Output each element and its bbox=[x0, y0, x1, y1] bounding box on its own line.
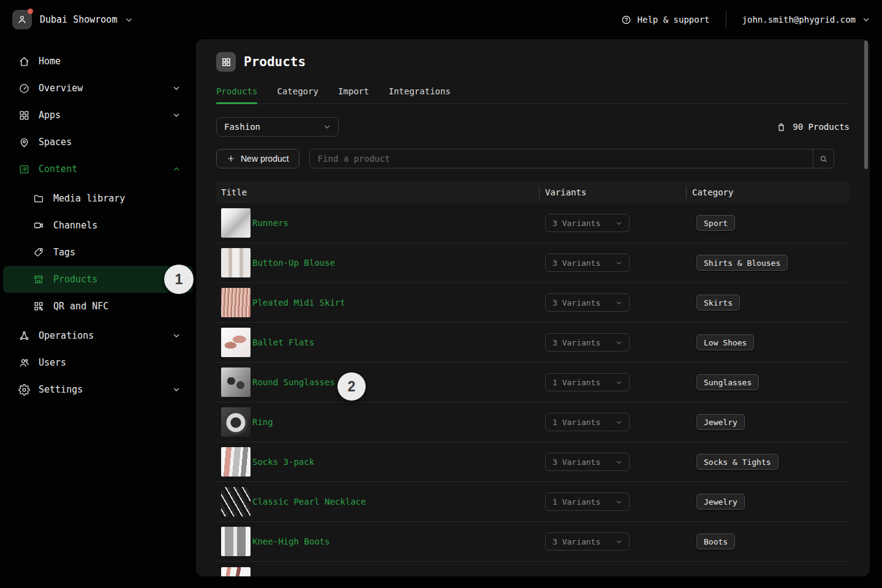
location-pin-icon bbox=[18, 136, 30, 148]
sidebar-item-home[interactable]: Home bbox=[0, 48, 196, 75]
product-thumbnail bbox=[221, 328, 251, 357]
tab-integrations[interactable]: Integrations bbox=[388, 86, 450, 104]
product-title-link[interactable]: Pleated Midi Skirt bbox=[252, 298, 345, 307]
table-row: Button-Up Blouse 3 Variants Shirts & Blo… bbox=[216, 243, 850, 283]
gear-icon bbox=[18, 383, 30, 396]
chevron-down-icon bbox=[616, 300, 622, 306]
category-filter-select[interactable]: Fashion bbox=[216, 117, 339, 137]
category-chip: Low Shoes bbox=[696, 334, 754, 350]
table-row-partial bbox=[216, 562, 850, 576]
sidebar-item-spaces[interactable]: Spaces bbox=[0, 129, 196, 156]
column-header-variants: Variants bbox=[539, 181, 686, 203]
category-chip: Skirts bbox=[696, 295, 740, 311]
table-header: Title Variants Category bbox=[216, 181, 850, 203]
table-row: Classic Pearl Necklace 1 Variants Jewelr… bbox=[216, 482, 850, 522]
product-title-link[interactable]: Button-Up Blouse bbox=[252, 258, 335, 268]
tab-category[interactable]: Category bbox=[277, 86, 318, 104]
sidebar-item-operations[interactable]: Operations bbox=[0, 322, 196, 349]
chevron-down-icon bbox=[616, 419, 622, 426]
chevron-down-icon bbox=[616, 339, 622, 346]
topbar: Dubai Showroom Help & support john.smith… bbox=[0, 0, 882, 39]
search-input[interactable] bbox=[310, 149, 813, 168]
products-table: Title Variants Category Runners 3 Varian… bbox=[216, 181, 850, 576]
table-row: Pleated Midi Skirt 3 Variants Skirts bbox=[216, 283, 850, 323]
chevron-down-icon bbox=[323, 123, 331, 130]
sidebar: Home Overview Apps bbox=[0, 39, 196, 588]
product-title-link[interactable]: Runners bbox=[252, 218, 288, 228]
product-title-link[interactable]: Knee-High Boots bbox=[252, 537, 330, 546]
video-camera-icon bbox=[32, 219, 45, 232]
chevron-down-icon bbox=[173, 332, 180, 339]
category-chip: Boots bbox=[696, 533, 735, 549]
chevron-down-icon bbox=[173, 85, 180, 92]
tag-icon bbox=[32, 246, 45, 258]
new-product-label: New product bbox=[241, 154, 289, 164]
category-chip: Socks & Tights bbox=[696, 454, 778, 470]
help-circle-icon bbox=[621, 15, 631, 25]
gauge-icon bbox=[18, 82, 30, 94]
sidebar-item-content[interactable]: Content bbox=[0, 156, 196, 183]
product-thumbnail bbox=[221, 288, 251, 317]
topbar-right: Help & support john.smith@phygrid.com bbox=[621, 10, 870, 29]
table-row: Round Sunglasses 1 Variants Sunglasses bbox=[216, 363, 850, 402]
main-panel: Products Products Category Import Integr… bbox=[196, 39, 870, 576]
variants-dropdown[interactable]: 3 Variants bbox=[545, 254, 630, 272]
tab-bar: Products Category Import Integrations bbox=[216, 86, 850, 104]
product-search bbox=[309, 149, 834, 168]
product-title-link[interactable]: Ring bbox=[252, 417, 273, 427]
variants-dropdown[interactable]: 3 Variants bbox=[545, 214, 630, 232]
table-row: Runners 3 Variants Sport bbox=[216, 203, 850, 243]
product-thumbnail bbox=[221, 567, 251, 576]
table-row: Ring 1 Variants Jewelry bbox=[216, 402, 850, 442]
product-title-link[interactable]: Round Sunglasses bbox=[252, 377, 335, 387]
org-name: Dubai Showroom bbox=[40, 14, 117, 25]
column-header-category: Category bbox=[686, 181, 850, 203]
org-switcher[interactable]: Dubai Showroom bbox=[12, 10, 133, 29]
variants-dropdown[interactable]: 1 Variants bbox=[545, 492, 630, 511]
sidebar-item-qr-and-nfc[interactable]: QR and NFC bbox=[0, 293, 196, 320]
category-chip: Shirts & Blouses bbox=[696, 255, 788, 271]
product-thumbnail bbox=[221, 407, 251, 437]
actions-row: New product bbox=[216, 149, 850, 168]
products-grid-icon bbox=[216, 52, 236, 72]
category-chip: Sport bbox=[696, 215, 735, 231]
product-title-link[interactable]: Socks 3-pack bbox=[252, 457, 314, 467]
sidebar-item-tags[interactable]: Tags bbox=[0, 239, 196, 266]
variants-dropdown[interactable]: 3 Variants bbox=[545, 333, 630, 352]
product-title-link[interactable]: Ballet Flats bbox=[252, 337, 314, 347]
category-chip: Jewelry bbox=[696, 414, 745, 430]
chevron-down-icon bbox=[173, 111, 180, 119]
sidebar-item-channels[interactable]: Channels bbox=[0, 212, 196, 239]
sidebar-item-overview[interactable]: Overview bbox=[0, 75, 196, 102]
product-thumbnail bbox=[221, 248, 251, 277]
product-thumbnail bbox=[221, 447, 251, 477]
search-icon bbox=[819, 154, 828, 164]
category-chip: Jewelry bbox=[696, 494, 745, 510]
shopping-bag-icon bbox=[776, 122, 786, 132]
search-button[interactable] bbox=[813, 149, 834, 168]
chevron-down-icon bbox=[616, 538, 622, 545]
network-nodes-icon bbox=[18, 330, 30, 342]
new-product-button[interactable]: New product bbox=[216, 149, 300, 168]
vertical-scrollbar[interactable] bbox=[864, 40, 868, 169]
product-title-link[interactable]: Classic Pearl Necklace bbox=[252, 497, 366, 507]
chevron-down-icon bbox=[616, 459, 622, 466]
account-menu[interactable]: john.smith@phygrid.com bbox=[742, 15, 870, 24]
org-avatar bbox=[12, 10, 32, 29]
variants-dropdown[interactable]: 3 Variants bbox=[545, 532, 630, 551]
product-thumbnail bbox=[221, 208, 251, 238]
sidebar-item-apps[interactable]: Apps bbox=[0, 102, 196, 129]
variants-dropdown[interactable]: 1 Variants bbox=[545, 413, 630, 431]
help-support-button[interactable]: Help & support bbox=[621, 15, 710, 25]
tab-import[interactable]: Import bbox=[338, 86, 369, 104]
content-list-icon bbox=[18, 163, 30, 175]
users-icon bbox=[18, 356, 30, 369]
sidebar-item-media-library[interactable]: Media library bbox=[0, 185, 196, 212]
variants-dropdown[interactable]: 1 Variants bbox=[545, 373, 630, 391]
variants-dropdown[interactable]: 3 Variants bbox=[545, 293, 630, 312]
tab-products[interactable]: Products bbox=[216, 86, 257, 104]
sidebar-item-settings[interactable]: Settings bbox=[0, 376, 196, 403]
variants-dropdown[interactable]: 3 Variants bbox=[545, 453, 630, 471]
home-icon bbox=[18, 55, 30, 67]
sidebar-item-users[interactable]: Users bbox=[0, 349, 196, 376]
